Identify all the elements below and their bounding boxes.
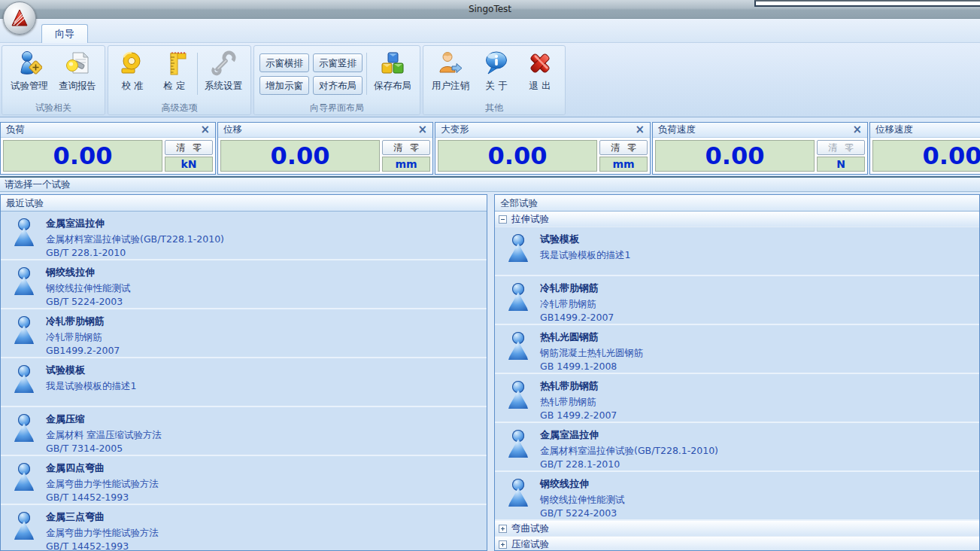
list-item[interactable]: 热轧带肋钢筋 热轧带肋钢筋 GB 1499.2-2007 — [495, 374, 979, 423]
zero-button[interactable]: 清 零 — [817, 140, 865, 155]
list-item[interactable]: 热轧光圆钢筋 钢筋混凝土热轧光圆钢筋 GB 1499.1-2008 — [495, 325, 979, 374]
user-logout-button[interactable]: 用户注销 — [426, 47, 475, 101]
test-desc: 金属弯曲力学性能试验方法 — [46, 477, 482, 491]
group-separator — [366, 53, 367, 95]
recent-tests-header: 最近试验 — [1, 195, 487, 212]
list-item[interactable]: 金属四点弯曲 金属弯曲力学性能试验方法 GB/T 14452-1993 — [1, 456, 487, 505]
expand-icon[interactable] — [499, 525, 507, 533]
test-standard: GB/T 5224-2003 — [540, 507, 975, 520]
list-item[interactable]: 冷轧带肋钢筋 冷轧带肋钢筋 GB1499.2-2007 — [1, 309, 487, 358]
test-management-button[interactable]: 试验管理 — [5, 47, 53, 101]
meter-displacement: 位移 × 0.00 清 零 mm — [217, 122, 433, 175]
query-report-icon — [65, 50, 90, 76]
pawn-icon — [508, 430, 529, 458]
meter-large-deformation-unit: mm — [599, 157, 648, 172]
list-item[interactable]: 金属室温拉伸 金属材料室温拉伸试验(GB/T228.1-2010) GB/T 2… — [495, 423, 979, 472]
list-item[interactable]: 试验模板 我是试验模板的描述1 — [1, 358, 487, 407]
test-standard: GB/T 5224-2003 — [46, 295, 482, 309]
all-tests-header: 全部试验 — [495, 195, 979, 212]
info-bubble-icon — [484, 50, 509, 76]
test-title: 金属室温拉伸 — [46, 217, 482, 230]
meter-displacement-speed-titlebar: 位移速度 — [870, 123, 980, 138]
test-desc: 钢绞线拉伸性能测试 — [46, 282, 482, 295]
meter-load-unit: kN — [165, 157, 213, 172]
list-item[interactable]: 钢绞线拉伸 钢绞线拉伸性能测试 GB/T 5224-2003 — [1, 260, 487, 309]
system-settings-button[interactable]: 系统设置 — [199, 47, 247, 101]
layout-small-buttons: 示窗横排 示窗竖排 增加示窗 对齐布局 — [257, 47, 365, 101]
group-separator — [197, 53, 198, 95]
meter-title: 位移 — [223, 123, 242, 136]
test-desc: 钢筋混凝土热轧光圆钢筋 — [540, 346, 975, 360]
test-management-label: 试验管理 — [11, 80, 48, 93]
test-title: 金属三点弯曲 — [46, 510, 482, 524]
exit-button[interactable]: 退 出 — [518, 47, 562, 101]
zero-button[interactable]: 清 零 — [382, 140, 430, 155]
expand-icon[interactable] — [499, 540, 507, 549]
test-title: 试验模板 — [46, 364, 482, 377]
test-standard: GB 1499.1-2008 — [540, 360, 975, 373]
system-settings-label: 系统设置 — [205, 80, 242, 93]
calibrate-button[interactable]: 校 准 — [111, 47, 153, 101]
close-icon[interactable]: × — [635, 124, 645, 135]
group-label-advanced: 高级选项 — [108, 102, 250, 114]
list-item[interactable]: 金属室温拉伸 金属材料室温拉伸试验(GB/T228.1-2010) GB/T 2… — [1, 212, 487, 260]
tree-category-bending[interactable]: 弯曲试验 — [495, 521, 979, 537]
close-icon[interactable]: × — [852, 124, 862, 135]
meter-displacement-speed-value: 0.00 — [872, 140, 980, 172]
cubes-icon — [380, 50, 405, 76]
list-item[interactable]: 试验模板 我是试验模板的描述1 — [495, 227, 979, 276]
meter-load-value: 0.00 — [3, 140, 162, 172]
display-windows-horizontal-button[interactable]: 示窗横排 — [259, 53, 309, 72]
about-button[interactable]: 关 于 — [475, 47, 518, 101]
select-test-prompt: 请选择一个试验 — [0, 176, 980, 192]
zero-button[interactable]: 清 零 — [165, 140, 213, 155]
list-item[interactable]: 钢绞线拉伸 钢绞线拉伸性能测试 GB/T 5224-2003 — [495, 472, 979, 521]
meter-displacement-speed: 位移速度 0.00 清 零 — [869, 122, 980, 175]
group-label-other: 其他 — [423, 102, 565, 114]
test-desc: 冷轧带肋钢筋 — [46, 330, 482, 344]
pawn-icon — [14, 463, 35, 492]
meter-load-speed-value: 0.00 — [655, 140, 815, 172]
test-title: 钢绞线拉伸 — [540, 477, 975, 491]
meter-panels-row: 负荷 × 0.00 清 零 kN 位移 × 0.00 清 零 mm 大变形 × — [0, 122, 980, 175]
meter-large-deformation: 大变形 × 0.00 清 零 mm — [435, 122, 651, 175]
test-desc: 我是试验模板的描述1 — [540, 248, 975, 262]
meter-load: 负荷 × 0.00 清 零 kN — [0, 122, 216, 175]
display-windows-vertical-button[interactable]: 示窗竖排 — [313, 53, 363, 72]
meter-load-speed-titlebar: 负荷速度 × — [653, 123, 867, 138]
query-report-button[interactable]: 查询报告 — [53, 47, 102, 101]
meter-title: 负荷 — [6, 123, 25, 136]
test-desc: 金属弯曲力学性能试验方法 — [46, 526, 482, 540]
verify-button[interactable]: 检 定 — [153, 47, 196, 101]
ribbon: 试验管理 查询报告 试验相关 — [0, 43, 980, 117]
ribbon-tab-row: 向导 — [0, 19, 980, 43]
ribbon-group-test-related: 试验管理 查询报告 试验相关 — [2, 45, 105, 115]
tree-category-tensile[interactable]: 拉伸试验 — [495, 212, 979, 227]
add-display-window-button[interactable]: 增加示窗 — [259, 76, 309, 95]
meter-displacement-value: 0.00 — [220, 140, 380, 172]
group-label-wizard-layout: 向导界面布局 — [254, 102, 420, 114]
save-layout-label: 保存布局 — [374, 80, 411, 93]
list-item[interactable]: 金属压缩 金属材料 室温压缩试验方法 GB/T 7314-2005 — [1, 407, 487, 456]
app-menu-button[interactable] — [3, 2, 36, 35]
wrench-icon — [211, 50, 236, 76]
close-icon[interactable]: × — [417, 124, 427, 135]
red-x-icon — [527, 50, 553, 76]
test-title: 冷轧带肋钢筋 — [46, 315, 482, 328]
test-desc: 冷轧带肋钢筋 — [540, 297, 975, 311]
tree-category-compression[interactable]: 压缩试验 — [495, 537, 979, 551]
tab-wizard[interactable]: 向导 — [41, 24, 88, 43]
test-desc: 金属材料室温拉伸试验(GB/T228.1-2010) — [46, 233, 482, 246]
zero-button[interactable]: 清 零 — [599, 140, 648, 155]
test-standard: GB/T 228.1-2010 — [46, 246, 482, 260]
collapse-icon[interactable] — [499, 215, 507, 224]
list-item[interactable]: 金属三点弯曲 金属弯曲力学性能试验方法 GB/T 14452-1993 — [1, 505, 487, 551]
test-title: 试验模板 — [540, 233, 975, 246]
meter-title: 位移速度 — [875, 123, 913, 136]
align-layout-button[interactable]: 对齐布局 — [313, 76, 363, 95]
list-item[interactable]: 冷轧带肋钢筋 冷轧带肋钢筋 GB1499.2-2007 — [495, 276, 979, 325]
save-layout-button[interactable]: 保存布局 — [369, 47, 417, 101]
test-desc: 金属材料室温拉伸试验(GB/T228.1-2010) — [540, 444, 975, 458]
test-standard: GB 1499.2-2007 — [540, 409, 975, 422]
close-icon[interactable]: × — [200, 124, 210, 135]
